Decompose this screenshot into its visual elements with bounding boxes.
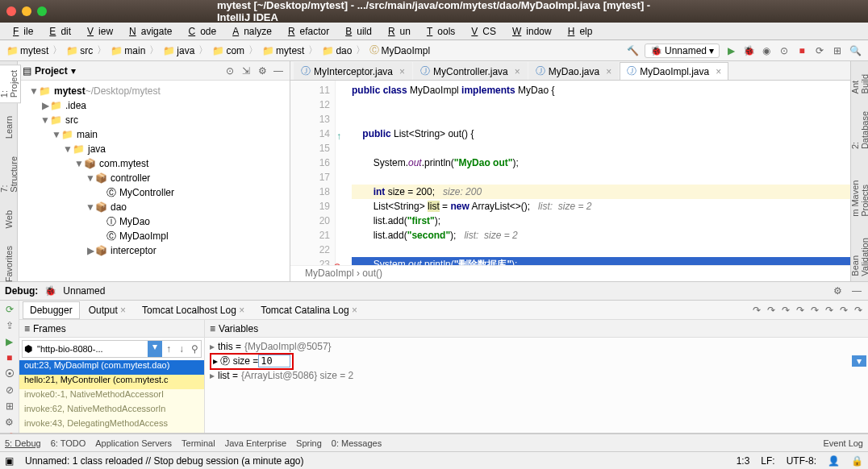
close-icon[interactable]: × xyxy=(716,66,721,77)
menu-build[interactable]: Build xyxy=(336,24,377,39)
build-icon[interactable]: 🔨 xyxy=(627,44,640,57)
frame-row[interactable]: invoke0:-1, NativeMethodAccessorI xyxy=(19,389,204,404)
tree-twisty-icon[interactable]: ▼ xyxy=(52,129,61,140)
trace-icon[interactable]: ↷ xyxy=(852,304,865,317)
breadcrumb-item[interactable]: com xyxy=(226,45,244,56)
tree-node[interactable]: ⒸMyController xyxy=(18,185,290,200)
tree-twisty-icon[interactable]: ▼ xyxy=(63,143,73,155)
menu-analyze[interactable]: Analyze xyxy=(223,24,277,39)
breadcrumb[interactable]: 📁 mytest〉📁 src〉📁 main〉📁 java〉📁 com〉📁 myt… xyxy=(6,44,627,57)
chevron-down-icon[interactable]: ▾ xyxy=(148,341,162,357)
menu-edit[interactable]: Edit xyxy=(40,24,76,39)
variable-row[interactable]: ▸ list = {ArrayList@5086} size = 2 xyxy=(207,368,866,383)
gear-icon[interactable]: ⚙ xyxy=(831,284,844,297)
menu-file[interactable]: File xyxy=(3,24,38,39)
update-icon[interactable]: ⟳ xyxy=(813,44,826,57)
left-tab-7-structure[interactable]: 7: Structure xyxy=(0,151,20,197)
frame-row[interactable]: invoke:62, NativeMethodAccessorIn xyxy=(19,404,204,418)
close-window-icon[interactable] xyxy=(6,6,16,16)
tree-node[interactable]: ▼📁src xyxy=(18,113,290,127)
tree-node[interactable]: ▼📁java xyxy=(18,142,290,156)
step-into-icon[interactable]: ↷ xyxy=(765,304,778,317)
tool-java-enterprise[interactable]: Java Enterprise xyxy=(225,438,286,448)
hide-icon[interactable]: — xyxy=(850,284,863,297)
editor-breadcrumb[interactable]: MyDaoImpl › out() xyxy=(290,265,850,281)
event-log[interactable]: Event Log xyxy=(823,438,863,448)
layout-icon[interactable]: ⊞ xyxy=(3,401,16,412)
tool--messages[interactable]: 0: Messages xyxy=(332,438,382,448)
frames-list[interactable]: out:23, MyDaoImpl (com.mytest.dao)hello:… xyxy=(19,360,204,433)
chevron-down-icon[interactable]: ▾ xyxy=(852,355,866,367)
tree-twisty-icon[interactable]: ▼ xyxy=(74,158,84,169)
resume-icon[interactable]: ▶ xyxy=(3,336,16,347)
filter-icon[interactable]: ⚲ xyxy=(188,342,201,355)
debug-tab-debugger[interactable]: Debugger xyxy=(23,301,80,319)
menu-window[interactable]: Window xyxy=(503,24,557,39)
breadcrumb-item[interactable]: src xyxy=(80,45,93,56)
settings-icon[interactable]: ⚙ xyxy=(3,417,16,428)
frame-row[interactable]: hello:21, MyController (com.mytest.c xyxy=(19,375,204,389)
tree-twisty-icon[interactable]: ▼ xyxy=(40,114,50,126)
right-tab-m-maven-projects[interactable]: m Maven Projects xyxy=(849,163,869,222)
tree-twisty-icon[interactable]: ▼ xyxy=(86,201,95,213)
menu-help[interactable]: Help xyxy=(558,24,598,39)
debug-tab-output[interactable]: Output × xyxy=(81,301,133,319)
collapse-icon[interactable]: ⇲ xyxy=(240,64,252,77)
left-tab-learn[interactable]: Learn xyxy=(2,111,15,143)
breadcrumb-item[interactable]: mytest xyxy=(20,45,48,56)
evaluate-icon[interactable]: ↷ xyxy=(837,304,850,317)
tree-node[interactable]: ▼📦com.mytest xyxy=(18,156,290,171)
breakpoints-icon[interactable]: ⦿ xyxy=(3,368,16,380)
run-icon[interactable]: ▶ xyxy=(724,44,737,57)
step-over-icon[interactable]: ↷ xyxy=(750,304,763,317)
stop-icon[interactable]: ■ xyxy=(795,44,808,57)
breadcrumb-item[interactable]: java xyxy=(177,45,194,56)
hide-icon[interactable]: — xyxy=(272,64,285,77)
next-frame-icon[interactable]: ↓ xyxy=(175,342,188,355)
gear-icon[interactable]: ⚙ xyxy=(256,64,269,77)
breadcrumb-item[interactable]: dao xyxy=(336,45,352,56)
structure-icon[interactable]: ⊞ xyxy=(831,44,844,57)
editor-gutter[interactable]: 11121314↑151617181920212223⊘ xyxy=(290,81,336,265)
menu-vcs[interactable]: VCS xyxy=(461,24,501,39)
close-icon[interactable]: × xyxy=(399,66,405,77)
left-tab-1-project[interactable]: 1: Project xyxy=(0,64,21,103)
tab-mydaoimpl[interactable]: ⒿMyDaoImpl.java× xyxy=(620,62,728,80)
tree-node[interactable]: ⒸMyDaoImpl xyxy=(18,229,290,243)
cursor-position[interactable]: 1:3 xyxy=(737,455,750,467)
thread-selector[interactable]: ⬢ "http-bio-8080-... ▾ ↑ ↓ ⚲ xyxy=(22,340,202,358)
menu-run[interactable]: Run xyxy=(378,24,415,39)
breadcrumb-item[interactable]: mytest xyxy=(276,45,304,56)
variable-row[interactable]: ▸ ⓟ size = ▾ xyxy=(207,354,866,368)
profile-icon[interactable]: ⊙ xyxy=(778,44,791,57)
right-tab-2-database[interactable]: 2: Database xyxy=(849,106,869,154)
tree-twisty-icon[interactable]: ▼ xyxy=(29,85,39,97)
breadcrumb-item[interactable]: MyDaoImpl xyxy=(381,45,430,56)
tree-node[interactable]: ▼📦controller xyxy=(18,171,290,185)
variable-edit-input[interactable] xyxy=(258,355,290,367)
maximize-window-icon[interactable] xyxy=(37,6,47,16)
project-view-icon[interactable]: ▤ xyxy=(23,65,31,77)
search-icon[interactable]: 🔍 xyxy=(849,44,862,57)
frame-row[interactable]: invoke:43, DelegatingMethodAccess xyxy=(19,418,204,433)
menu-view[interactable]: View xyxy=(77,24,118,39)
tool--todo[interactable]: 6: TODO xyxy=(51,438,86,448)
debug-icon[interactable]: 🐞 xyxy=(742,44,755,57)
tree-node[interactable]: ▶📁.idea xyxy=(18,98,290,113)
breadcrumb-item[interactable]: main xyxy=(124,45,145,56)
menu-code[interactable]: Code xyxy=(178,24,221,39)
debug-toolwindow-header[interactable]: Debug: 🐞 Unnamed ⚙ — xyxy=(0,281,868,301)
variables-list[interactable]: ▸ this = {MyDaoImpl@5057}▸ ⓟ size = ▾▸ l… xyxy=(205,338,868,433)
menu-refactor[interactable]: Refactor xyxy=(278,24,334,39)
close-icon[interactable]: × xyxy=(606,66,611,77)
tree-node[interactable]: ⒾMyDao xyxy=(18,214,290,229)
tool-terminal[interactable]: Terminal xyxy=(182,438,215,448)
tree-node[interactable]: ▶📦interceptor xyxy=(18,243,290,258)
menu-navigate[interactable]: Navigate xyxy=(119,24,177,39)
tab-myinterceptor[interactable]: ⒿMyInterceptor.java× xyxy=(294,62,412,80)
left-tab-favorites[interactable]: Favorites xyxy=(2,241,15,287)
menu-tools[interactable]: Tools xyxy=(417,24,460,39)
drop-frame-icon[interactable]: ↷ xyxy=(808,304,821,317)
tree-twisty-icon[interactable]: ▼ xyxy=(86,172,95,184)
variable-row[interactable]: ▸ this = {MyDaoImpl@5057} xyxy=(207,339,866,354)
